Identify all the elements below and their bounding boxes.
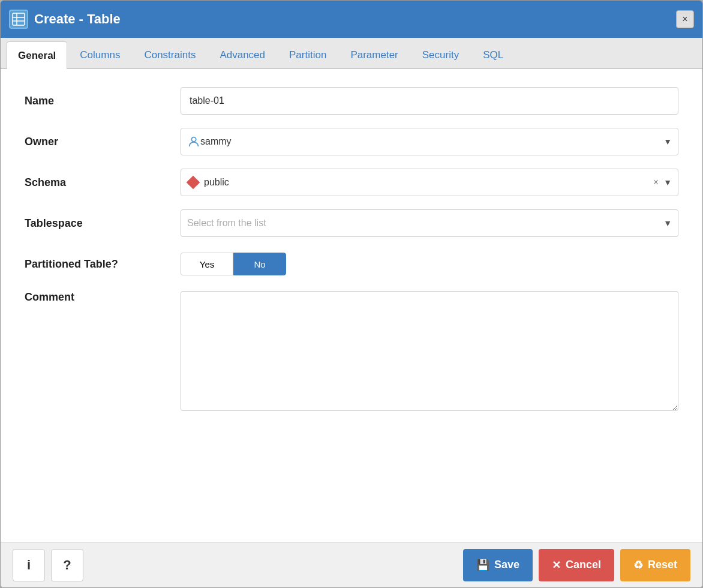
tablespace-select[interactable]: Select from the list ▼ xyxy=(181,209,678,237)
schema-value: public xyxy=(204,177,653,188)
tab-parameter[interactable]: Parameter xyxy=(339,41,409,68)
footer: i ? 💾 Save ✕ Cancel ♻ Reset xyxy=(1,542,702,587)
name-label: Name xyxy=(25,95,181,107)
partitioned-toggle-wrap: Yes No xyxy=(181,250,678,278)
cancel-icon: ✕ xyxy=(552,559,561,572)
info-button[interactable]: i xyxy=(13,549,45,581)
form-content: Name Owner sammy ▼ Schema xyxy=(1,69,702,542)
schema-label: Schema xyxy=(25,176,181,189)
tab-columns[interactable]: Columns xyxy=(68,41,131,68)
schema-chevron-icon: ▼ xyxy=(663,178,672,187)
partitioned-row: Partitioned Table? Yes No xyxy=(25,250,678,278)
comment-row: Comment xyxy=(25,291,678,413)
tab-partition[interactable]: Partition xyxy=(278,41,338,68)
comment-label: Comment xyxy=(25,291,181,304)
footer-right: 💾 Save ✕ Cancel ♻ Reset xyxy=(463,549,690,581)
toggle-yes-button[interactable]: Yes xyxy=(181,253,233,275)
cancel-button[interactable]: ✕ Cancel xyxy=(539,549,614,581)
svg-point-4 xyxy=(191,137,196,142)
save-label: Save xyxy=(494,559,519,571)
schema-diamond-icon xyxy=(187,176,200,190)
tab-bar: General Columns Constraints Advanced Par… xyxy=(1,38,702,69)
cancel-label: Cancel xyxy=(566,559,601,571)
close-button[interactable]: × xyxy=(676,10,694,28)
save-icon: 💾 xyxy=(476,559,489,572)
reset-label: Reset xyxy=(648,559,677,571)
toggle-no-button[interactable]: No xyxy=(233,253,286,275)
save-button[interactable]: 💾 Save xyxy=(463,549,533,581)
owner-value: sammy xyxy=(200,136,661,147)
schema-select[interactable]: public × ▼ xyxy=(181,169,678,196)
footer-left: i ? xyxy=(13,549,83,581)
tab-constraints[interactable]: Constraints xyxy=(133,41,207,68)
owner-label: Owner xyxy=(25,136,181,148)
tablespace-select-wrap: Select from the list ▼ xyxy=(181,209,678,237)
user-icon xyxy=(187,135,200,148)
reset-button[interactable]: ♻ Reset xyxy=(620,549,690,581)
owner-select[interactable]: sammy ▼ xyxy=(181,128,678,155)
table-icon xyxy=(9,10,28,29)
tablespace-placeholder: Select from the list xyxy=(187,218,661,229)
title-bar: Create - Table × xyxy=(1,1,702,38)
tab-security[interactable]: Security xyxy=(411,41,470,68)
tab-advanced[interactable]: Advanced xyxy=(208,41,277,68)
owner-chevron-icon: ▼ xyxy=(663,137,672,146)
tab-general[interactable]: General xyxy=(7,41,67,69)
help-button[interactable]: ? xyxy=(51,549,83,581)
tablespace-row: Tablespace Select from the list ▼ xyxy=(25,209,678,237)
owner-select-wrap: sammy ▼ xyxy=(181,128,678,155)
partitioned-toggle: Yes No xyxy=(181,250,678,278)
tablespace-label: Tablespace xyxy=(25,217,181,230)
tablespace-chevron-icon: ▼ xyxy=(663,218,672,228)
tab-sql[interactable]: SQL xyxy=(471,41,515,68)
name-input[interactable] xyxy=(181,87,678,115)
schema-clear-icon[interactable]: × xyxy=(653,177,659,188)
comment-textarea-wrap xyxy=(181,291,678,413)
owner-row: Owner sammy ▼ xyxy=(25,128,678,155)
reset-icon: ♻ xyxy=(633,559,643,572)
dialog-title: Create - Table xyxy=(34,11,121,27)
comment-textarea[interactable] xyxy=(181,291,678,411)
schema-select-wrap: public × ▼ xyxy=(181,169,678,196)
svg-rect-0 xyxy=(13,13,25,25)
name-input-wrap xyxy=(181,87,678,115)
schema-row: Schema public × ▼ xyxy=(25,169,678,196)
title-bar-left: Create - Table xyxy=(9,10,121,29)
name-row: Name xyxy=(25,87,678,115)
partitioned-label: Partitioned Table? xyxy=(25,258,181,271)
create-table-dialog: Create - Table × General Columns Constra… xyxy=(0,0,703,588)
